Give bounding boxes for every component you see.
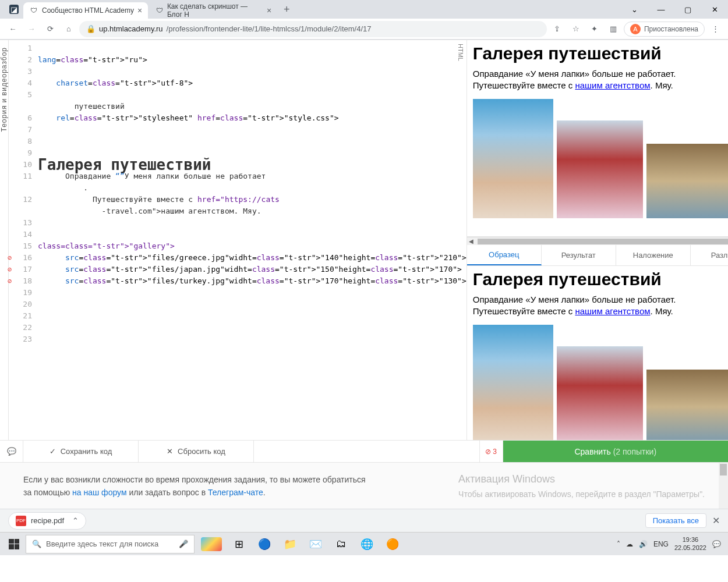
close-button[interactable]: ✕	[701, 0, 728, 19]
tab-sample[interactable]: Образец	[467, 245, 542, 265]
gallery	[473, 325, 728, 441]
gallery-image-turkey	[646, 370, 728, 441]
chevron-up-icon[interactable]: ⌃	[72, 516, 79, 525]
tab-title: Сообщество HTML Academy	[42, 6, 134, 15]
preview-heading: Галерея путешествий	[473, 44, 728, 63]
check-icon: ✓	[50, 447, 56, 456]
weather-widget[interactable]	[197, 535, 226, 553]
cloud-icon[interactable]: ☁	[626, 540, 633, 548]
tab-overlay[interactable]: Наложение	[616, 245, 691, 265]
maximize-button[interactable]: ▢	[674, 0, 701, 19]
app-icon: ◪	[5, 0, 23, 19]
avatar: А	[630, 24, 641, 34]
gallery-image-japan	[557, 346, 643, 441]
preview-pane: + 100% − Галерея путешествий Оправдание …	[467, 40, 728, 440]
sidebar-theory[interactable]: Теория и видеоразбор	[0, 40, 9, 440]
profile-status: Приостановлена	[644, 25, 698, 33]
downloads-bar: PDF recipe.pdf ⌃ Показать все ✕	[0, 509, 728, 532]
app-icon[interactable]: 🟠	[380, 533, 405, 556]
windows-taskbar: 🔍Введите здесь текст для поиска🎤 ⊞ 🔵 📁 ✉…	[0, 532, 728, 555]
sidepanel-icon[interactable]: ▥	[605, 21, 621, 37]
error-count[interactable]: ⊘3	[480, 441, 503, 462]
folder-icon[interactable]: 📁	[277, 533, 303, 556]
browser-tab-1[interactable]: 🛡 Сообщество HTML Academy ×	[23, 2, 148, 19]
new-tab-button[interactable]: +	[278, 3, 295, 16]
pdf-icon: PDF	[16, 516, 26, 526]
home-button[interactable]: ⌂	[61, 21, 77, 37]
shield-icon: 🛡	[29, 6, 38, 15]
url-input[interactable]: 🔒 up.htmlacademy.ru/profession/frontende…	[79, 21, 547, 37]
task-view-icon[interactable]: ⊞	[226, 533, 252, 556]
tab-diff[interactable]: Различия	[691, 245, 728, 265]
forward-button[interactable]: →	[23, 21, 40, 37]
search-icon: 🔍	[32, 540, 41, 548]
extensions-icon[interactable]: ✦	[586, 21, 603, 37]
forum-link[interactable]: на наш форум	[72, 488, 126, 497]
reload-button[interactable]: ⟳	[42, 21, 58, 37]
preview-text: Оправдание «У меня лапки» больше не рабо…	[473, 68, 728, 92]
code-editor[interactable]: HTML 12345678910111213141516171819202122…	[9, 40, 467, 440]
taskbar-search[interactable]: 🔍Введите здесь текст для поиска🎤	[26, 535, 195, 553]
browser-tab-strip: ◪ 🛡 Сообщество HTML Academy × 🛡 Как сдел…	[0, 0, 728, 19]
start-button[interactable]	[2, 533, 26, 556]
lock-icon: 🔒	[86, 24, 96, 33]
bookmark-icon[interactable]: ☆	[568, 21, 584, 37]
chrome-icon[interactable]: 🌐	[354, 533, 380, 556]
volume-icon[interactable]: 🔊	[639, 540, 648, 548]
minimize-button[interactable]: —	[648, 0, 674, 19]
sidebar-label: Теория и видеоразбор	[0, 47, 8, 132]
sample-link[interactable]: нашим агентством	[575, 306, 650, 316]
gallery-image-turkey	[646, 144, 728, 218]
show-all-button[interactable]: Показать все	[645, 513, 706, 528]
url-host: up.htmlacademy.ru	[99, 24, 163, 33]
shield-icon: 🛡	[155, 6, 164, 15]
chat-icon[interactable]: 💬	[0, 441, 23, 462]
share-icon[interactable]: ⇪	[549, 21, 566, 37]
edge-icon[interactable]: 🔵	[252, 533, 277, 556]
sample-text: Оправдание «У меня лапки» больше не рабо…	[473, 294, 728, 318]
editor-lang-label: HTML	[457, 44, 464, 61]
notifications-icon[interactable]: 💬	[712, 540, 721, 548]
lang-indicator[interactable]: ENG	[653, 540, 669, 548]
h-scrollbar[interactable]: ◀▶	[467, 237, 728, 245]
profile-button[interactable]: А Приостановлена	[624, 22, 705, 37]
clock[interactable]: 19:3622.05.2022	[674, 536, 706, 551]
app-workspace: Теория и видеоразбор HTML 12345678910111…	[0, 40, 728, 440]
code-area[interactable]: lang=class="t-str">"ru"> charset=class="…	[38, 40, 467, 440]
gallery-image-greece	[473, 325, 553, 441]
dropdown-icon[interactable]: ⌄	[621, 0, 648, 19]
explorer-icon[interactable]: 🗂	[328, 533, 354, 556]
preview-sample: Галерея путешествий Оправдание «У меня л…	[467, 266, 728, 440]
gallery-image-japan	[557, 120, 643, 218]
telegram-link[interactable]: Телеграм-чате	[208, 488, 263, 497]
gallery	[473, 99, 728, 218]
editor-toolbar: 💬 ✓Сохранить код ✕Сбросить код ⊘3 Сравни…	[0, 440, 728, 462]
gallery-image-greece	[473, 99, 553, 218]
save-button[interactable]: ✓Сохранить код	[23, 441, 139, 462]
window-controls: ⌄ — ▢ ✕	[621, 0, 728, 19]
url-path: /profession/frontender-lite/1/lite-htmlc…	[167, 24, 372, 33]
close-icon[interactable]: ×	[267, 6, 271, 15]
tab-result[interactable]: Результат	[542, 245, 616, 265]
close-icon[interactable]: ✕	[712, 515, 720, 526]
browser-tab-2[interactable]: 🛡 Как сделать скриншот — Блог H ×	[149, 2, 277, 19]
compare-button[interactable]: Сравнить (2 попытки)	[503, 441, 729, 462]
page-scrollbar[interactable]	[719, 463, 728, 509]
error-icon: ⊘	[485, 448, 491, 456]
preview-link[interactable]: нашим агентством	[575, 80, 650, 90]
close-icon: ✕	[167, 447, 173, 456]
back-button[interactable]: ←	[5, 21, 21, 37]
menu-icon[interactable]: ⋮	[707, 21, 723, 37]
windows-activation: Активация Windows Чтобы активировать Win…	[458, 471, 705, 501]
download-item[interactable]: PDF recipe.pdf ⌃	[8, 512, 86, 530]
close-icon[interactable]: ×	[137, 6, 142, 15]
mail-icon[interactable]: ✉️	[303, 533, 328, 556]
mic-icon[interactable]: 🎤	[179, 540, 188, 548]
address-bar: ← → ⟳ ⌂ 🔒 up.htmlacademy.ru/profession/f…	[0, 19, 728, 40]
preview-result: Галерея путешествий Оправдание «У меня л…	[467, 40, 728, 237]
reset-button[interactable]: ✕Сбросить код	[139, 441, 254, 462]
tab-title: Как сделать скриншот — Блог H	[167, 2, 263, 19]
preview-tabs: Образец Результат Наложение Различия ?	[467, 245, 728, 266]
line-gutter: 1234567891011121314151617181920212223	[9, 40, 38, 440]
tray-chevron-icon[interactable]: ˄	[617, 540, 620, 548]
